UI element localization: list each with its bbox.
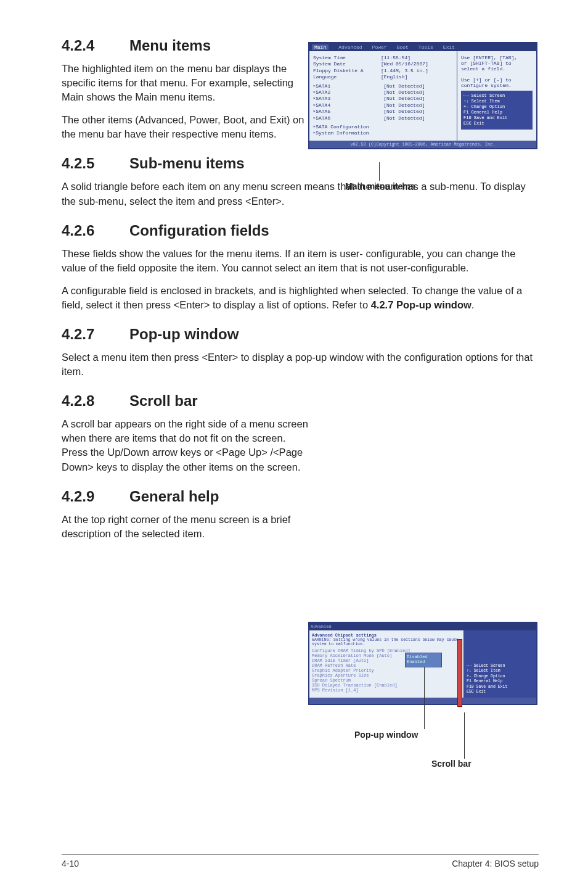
heading-428: 4.2.8Scroll bar <box>62 392 539 410</box>
bios1-sub0: SATA Configuration <box>316 124 369 130</box>
heading-425-num: 4.2.5 <box>62 155 129 172</box>
bios1-h4: Use [+] or [-] to <box>461 77 533 83</box>
bios1-left-pane: System Time[11:55:54] System Date[Wed 05… <box>309 51 457 141</box>
bios-main-screenshot: Main Advanced Power Boot Tools Exit Syst… <box>308 42 537 149</box>
heading-424-num: 4.2.4 <box>62 37 129 54</box>
heading-429-title: General help <box>129 488 219 505</box>
bios2-k5: ESC Exit <box>467 690 534 695</box>
bios1-k1: ↑↓ Select Item <box>463 99 530 104</box>
bios1-menubar: Main Advanced Power Boot Tools Exit <box>309 43 536 51</box>
bios1-footer: v02.58 (C)Copyright 1985-2006, American … <box>309 141 536 148</box>
heading-427: 4.2.7Pop-up window <box>62 326 539 343</box>
bios1-k2: +- Change Option <box>463 104 530 110</box>
bios2-section: Advanced Chipset settings <box>312 633 461 638</box>
bios1-h1: or [SHIFT-TAB] to <box>461 60 533 66</box>
bios1-s1-v: [Not Detected] <box>383 89 425 96</box>
bios1-tab-tools: Tools <box>419 44 433 50</box>
bios2-scrollbar <box>457 639 462 707</box>
heading-426: 4.2.6Configuration fields <box>62 222 539 239</box>
leader-popup <box>424 667 425 729</box>
bios1-s4-l: SATA5 <box>316 109 383 115</box>
page-footer: 4-10 Chapter 4: BIOS setup <box>62 854 539 868</box>
bios1-tab-main: Main <box>312 44 329 50</box>
p424a: The highlighted item on the menu bar dis… <box>62 62 308 104</box>
bios-popup-screenshot: Advanced Advanced Chipset settings WARNI… <box>308 622 537 705</box>
heading-429-num: 4.2.9 <box>62 488 129 505</box>
p425: A solid triangle before each item on any… <box>62 179 539 208</box>
bios1-r2-l: Floppy Diskette A <box>313 68 381 74</box>
bios1-k3: F1 General Help <box>463 110 530 115</box>
heading-426-num: 4.2.6 <box>62 222 129 239</box>
bios1-r1-v: [Wed 05/16/2007] <box>381 61 428 67</box>
bios1-s3-l: SATA4 <box>316 102 383 109</box>
heading-427-num: 4.2.7 <box>62 326 129 343</box>
leader-scroll <box>464 712 465 759</box>
bios2-r8: MPS Revision [1.4] <box>312 688 461 693</box>
heading-426-title: Configuration fields <box>129 222 269 239</box>
bios2-k3: F1 General Help <box>467 679 534 684</box>
bios2-r7: ICH Delayed Transaction [Enabled] <box>312 683 461 688</box>
bios1-k0: ←→ Select Screen <box>463 93 530 99</box>
bios1-keylegend: ←→ Select Screen ↑↓ Select Item +- Chang… <box>461 91 533 130</box>
bios1-r1-l: System Date <box>313 61 381 67</box>
bios2-footer <box>309 698 536 704</box>
bios1-s5-l: SATA6 <box>316 115 383 122</box>
p429: At the top right corner of the menu scre… <box>62 513 308 541</box>
bios1-tab-exit: Exit <box>443 44 455 50</box>
bios2-popup: Disabled Enabled <box>405 653 442 667</box>
bios1-s3-v: [Not Detected] <box>383 102 425 109</box>
bios2-r5: Graphics Aperture Size <box>312 673 461 678</box>
bios1-help-pane: Use [ENTER], [TAB], or [SHIFT-TAB] to se… <box>457 51 536 141</box>
bios1-s2-l: SATA3 <box>316 96 383 102</box>
bios1-s0-v: [Not Detected] <box>383 83 425 89</box>
p426b: A configurable field is enclosed in brac… <box>62 284 539 312</box>
bios2-k1: ↑↓ Select Item <box>467 669 534 674</box>
bios1-r0-l: System Time <box>313 55 381 61</box>
bios1-s4-v: [Not Detected] <box>383 109 425 115</box>
leader-line-1 <box>379 162 380 181</box>
p426b-tail: . <box>472 299 475 310</box>
p424b: The other items (Advanced, Power, Boot, … <box>62 113 308 141</box>
bios2-warn: WARNING: Setting wrong values in the sec… <box>312 638 461 646</box>
bios1-k4: F10 Save and Exit <box>463 115 530 121</box>
bios1-h2: select a field. <box>461 66 533 72</box>
bios1-r0-v: [11:55:54] <box>381 55 410 61</box>
caption-main-menu-items: Main menu items <box>345 181 415 191</box>
bios2-popup0: Disabled <box>407 654 440 659</box>
bios1-tab-advanced: Advanced <box>338 44 362 50</box>
bios2-k4: F10 Save and Exit <box>467 685 534 690</box>
bios2-popup1: Enabled <box>407 659 440 664</box>
p426b-bold: 4.2.7 Pop-up window <box>371 299 472 310</box>
p426a: These fields show the values for the men… <box>62 247 539 275</box>
bios1-h0: Use [ENTER], [TAB], <box>461 55 533 60</box>
bios2-r6: Spread Spectrum <box>312 678 461 683</box>
bios1-h5: configure system. <box>461 83 533 88</box>
bios2-k2: +- Change Option <box>467 674 534 679</box>
caption-scroll: Scroll bar <box>431 759 472 769</box>
bios1-k5: ESC Exit <box>463 121 530 126</box>
bios2-tab: Advanced <box>311 624 332 629</box>
heading-427-title: Pop-up window <box>129 326 239 342</box>
bios2-keylegend: ←→ Select Screen ↑↓ Select Item +- Chang… <box>463 630 536 698</box>
bios1-s1-l: SATA2 <box>316 89 383 96</box>
chapter-label: Chapter 4: BIOS setup <box>452 859 539 868</box>
bios2-k0: ←→ Select Screen <box>467 664 534 669</box>
heading-429: 4.2.9General help <box>62 488 539 505</box>
bios1-r2-v: [1.44M, 3.5 in.] <box>381 68 428 74</box>
bios2-r4: Graphic Adapter Priority <box>312 668 461 673</box>
bios1-r3-l: Language <box>313 74 381 80</box>
p427: Select a menu item then press <Enter> to… <box>62 350 539 379</box>
bios1-s5-v: [Not Detected] <box>383 115 425 122</box>
bios1-s2-v: [Not Detected] <box>383 96 425 102</box>
heading-424-title: Menu items <box>129 37 211 54</box>
heading-425-title: Sub-menu items <box>129 155 245 171</box>
bios1-sub1: System Information <box>316 130 369 136</box>
bios2-titlebar: Advanced <box>309 623 536 630</box>
heading-428-title: Scroll bar <box>129 392 198 409</box>
bios1-s0-l: SATA1 <box>316 83 383 89</box>
page-number: 4-10 <box>62 859 79 868</box>
bios1-r3-v: [English] <box>381 74 407 80</box>
bios1-tab-boot: Boot <box>397 44 409 50</box>
bios1-tab-power: Power <box>372 44 387 50</box>
caption-popup: Pop-up window <box>354 730 418 740</box>
